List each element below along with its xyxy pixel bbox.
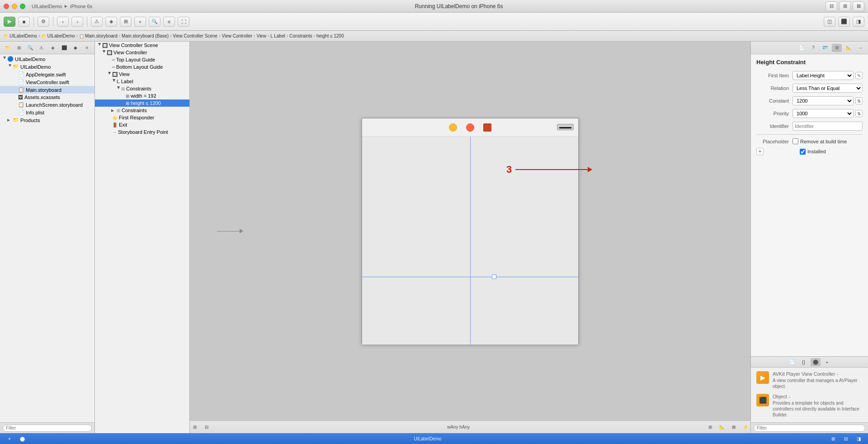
- nav-find-btn[interactable]: 🔍: [25, 44, 35, 52]
- status-btn-1[interactable]: +: [5, 435, 14, 443]
- warning-button[interactable]: ⚠: [91, 17, 103, 27]
- tree-item-assets[interactable]: ▶ 🖼 Assets.xcassets: [0, 94, 94, 101]
- tree-item-scene[interactable]: ▶ 🔲 View Controller Scene: [95, 42, 189, 49]
- tree-item-bottom-layout[interactable]: ▶ ━ Bottom Layout Guide: [95, 63, 189, 71]
- minimize-button[interactable]: [12, 4, 17, 9]
- tree-item-mainstoryboard[interactable]: ▶ 📋 Main.storyboard: [0, 86, 94, 94]
- status-btn-5[interactable]: ◨: [854, 435, 863, 443]
- inspector-tab-size[interactable]: 📐: [844, 44, 854, 52]
- back-button[interactable]: ‹: [57, 17, 69, 27]
- grid-button[interactable]: ⊞: [120, 17, 132, 27]
- library-filter-input[interactable]: [754, 425, 865, 432]
- tree-item-height-c[interactable]: ▶ ⊞ height ≤ 1200: [95, 99, 189, 107]
- constraint-handle[interactable]: [492, 274, 496, 279]
- first-item-edit-btn[interactable]: ✎: [855, 72, 863, 79]
- tree-item-width-c[interactable]: ▶ ⊞ width = 192: [95, 92, 189, 99]
- breadcrumb-item-0[interactable]: 📁 UILabelDemo: [4, 33, 37, 38]
- identifier-input[interactable]: [793, 122, 863, 131]
- nav-debug-btn[interactable]: ⬛: [60, 44, 69, 52]
- maximize-button[interactable]: [20, 4, 25, 9]
- nav-reports-btn[interactable]: ≡: [82, 44, 92, 52]
- inspector-toggle[interactable]: ◨: [853, 17, 864, 27]
- breadcrumb-item-9[interactable]: height ≤ 1200: [316, 33, 344, 38]
- breadcrumb-item-7[interactable]: L Label: [270, 33, 285, 38]
- list-button[interactable]: ≡: [163, 17, 175, 27]
- inspector-tab-file[interactable]: 📄: [797, 44, 807, 52]
- tree-item-root[interactable]: ▶ 🔵 UILabelDemo: [0, 55, 94, 63]
- canvas-ctrl-2[interactable]: ⊟: [202, 423, 212, 431]
- installed-checkbox[interactable]: [800, 149, 806, 155]
- layout-button[interactable]: ⊞: [839, 1, 851, 11]
- canvas-ctrl-3[interactable]: ⊞: [705, 423, 715, 431]
- close-button[interactable]: [4, 4, 9, 9]
- breakpoint-button[interactable]: ◈: [105, 17, 117, 27]
- breadcrumb-item-8[interactable]: Constraints: [289, 33, 312, 38]
- editor-canvas[interactable]: 3 ▬▬▬: [190, 42, 750, 420]
- canvas-ctrl-5[interactable]: ⊠: [729, 423, 739, 431]
- tree-item-group[interactable]: ▶ 📁 UILabelDemo: [0, 63, 94, 71]
- placeholder-checkbox[interactable]: [793, 138, 798, 144]
- inspector-tab-connections[interactable]: →: [855, 44, 865, 52]
- navigator-filter-input[interactable]: [3, 425, 92, 432]
- add-button[interactable]: +: [134, 17, 146, 27]
- relation-select[interactable]: Less Than or Equal Equal Greater Than or…: [793, 84, 863, 93]
- tree-item-exit[interactable]: ▶ 🚪 Exit: [95, 121, 189, 128]
- inspector-tab-attributes[interactable]: ⚙: [832, 44, 842, 52]
- tree-item-products[interactable]: ▶ 📁 Products: [0, 116, 94, 124]
- status-btn-2[interactable]: ⬤: [17, 435, 27, 443]
- lib-tab-media[interactable]: ▪: [822, 358, 832, 366]
- lib-tab-doc[interactable]: 📄: [787, 358, 797, 366]
- stop-button[interactable]: ■: [18, 17, 30, 27]
- status-btn-3[interactable]: ⊞: [828, 435, 838, 443]
- inspector-tab-identity[interactable]: 🪪: [820, 44, 830, 52]
- breadcrumb-item-4[interactable]: View Controller Scene: [173, 33, 217, 38]
- device-btn-2[interactable]: [466, 123, 474, 132]
- add-constraint-btn[interactable]: +: [756, 148, 764, 155]
- tree-item-vc[interactable]: ▶ 🔲 View Controller: [95, 49, 189, 56]
- first-item-select[interactable]: Label.Height: [793, 71, 854, 80]
- tree-item-viewcontroller[interactable]: ▶ 📄 ViewController.swift: [0, 78, 94, 86]
- window-button[interactable]: ⊠: [853, 1, 864, 11]
- debug-toggle[interactable]: ⬛: [838, 17, 850, 27]
- navigator-toggle[interactable]: ◫: [824, 17, 835, 27]
- priority-select[interactable]: 1000 750 500 250: [793, 109, 854, 118]
- run-button[interactable]: ▶: [4, 17, 15, 27]
- scheme-button[interactable]: ⚙: [38, 17, 49, 27]
- nav-tests-btn[interactable]: ◈: [48, 44, 58, 52]
- priority-stepper[interactable]: ⇅: [855, 110, 863, 117]
- tree-item-appdelegate[interactable]: ▶ 📄 AppDelegate.swift: [0, 71, 94, 78]
- constant-select[interactable]: 1200: [793, 96, 854, 105]
- canvas-ctrl-6[interactable]: ⚡: [741, 423, 750, 431]
- tree-item-label[interactable]: ▶ L Label: [95, 78, 189, 85]
- breadcrumb-item-1[interactable]: 📁 UILabelDemo: [42, 33, 75, 38]
- inspector-tab-quick[interactable]: ?: [808, 44, 818, 52]
- constant-stepper[interactable]: ⇅: [855, 97, 863, 104]
- search-button[interactable]: 🔍: [149, 17, 160, 27]
- device-btn-1[interactable]: [449, 123, 457, 132]
- breadcrumb-item-5[interactable]: View Controller: [222, 33, 252, 38]
- tree-item-first-responder[interactable]: ▶ ⭐ First Responder: [95, 114, 189, 121]
- tree-item-launchscreen[interactable]: ▶ 📋 LaunchScreen.storyboard: [0, 101, 94, 109]
- forward-button[interactable]: ›: [71, 17, 83, 27]
- hierarchy-button[interactable]: ⛶: [178, 17, 189, 27]
- status-btn-4[interactable]: ⊟: [841, 435, 851, 443]
- nav-issues-btn[interactable]: ⚠: [37, 44, 46, 52]
- breadcrumb-item-2[interactable]: 📋 Main.storyboard: [79, 33, 118, 38]
- device-btn-3[interactable]: [483, 123, 491, 132]
- nav-symbols-btn[interactable]: ⊞: [14, 44, 24, 52]
- breadcrumb-item-3[interactable]: Main.storyboard (Base): [122, 33, 169, 38]
- canvas-ctrl-4[interactable]: 📐: [717, 423, 727, 431]
- lib-tab-objects[interactable]: ⬤: [811, 358, 821, 366]
- lib-tab-code[interactable]: {}: [799, 358, 809, 366]
- tree-item-infoplist[interactable]: ▶ 📄 Info.plist: [0, 109, 94, 116]
- nav-files-btn[interactable]: 📁: [3, 44, 12, 52]
- sidebar-toggle-button[interactable]: ⊟: [826, 1, 837, 11]
- tree-item-storyboard-entry[interactable]: ▶ → Storyboard Entry Point: [95, 128, 189, 136]
- tree-item-constraints-label[interactable]: ▶ ⊞ Constraints: [95, 85, 189, 92]
- breadcrumb-item-6[interactable]: View: [256, 33, 266, 38]
- canvas-ctrl-1[interactable]: ⊞: [190, 423, 200, 431]
- nav-breakpoints-btn[interactable]: ◆: [71, 44, 80, 52]
- tree-item-constraints2[interactable]: ▶ ⊞ Constraints: [95, 107, 189, 114]
- tree-item-view[interactable]: ▶ 🔲 View: [95, 71, 189, 78]
- tree-item-top-layout[interactable]: ▶ ━ Top Layout Guide: [95, 56, 189, 63]
